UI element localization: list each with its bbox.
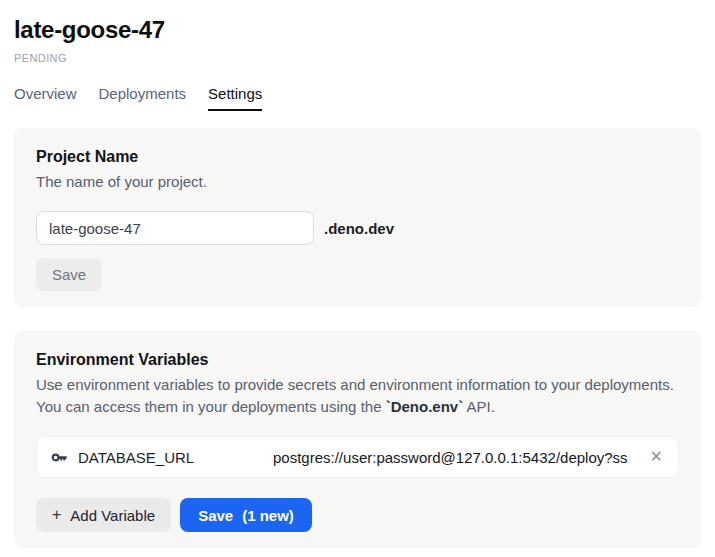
project-name-card-title: Project Name [36,148,679,166]
add-variable-button[interactable]: + Add Variable [36,498,171,532]
remove-variable-button[interactable]: ✕ [648,447,665,467]
tab-overview[interactable]: Overview [14,85,77,111]
deno-env-code-text: `Deno.env` [386,398,464,415]
add-variable-label: Add Variable [70,508,155,523]
env-variable-row: DATABASE_URL postgres://user:password@12… [36,436,679,478]
close-icon: ✕ [650,448,663,465]
env-variable-key: DATABASE_URL [78,449,194,466]
project-name-card: Project Name The name of your project. .… [14,128,701,307]
status-badge: PENDING [14,52,701,64]
project-settings-page: late-goose-47 PENDING Overview Deploymen… [0,0,715,548]
project-name-input[interactable] [36,211,314,245]
env-card-description: Use environment variables to provide sec… [36,374,676,418]
environment-variables-card: Environment Variables Use environment va… [14,331,701,548]
env-card-title: Environment Variables [36,351,679,369]
project-name-card-description: The name of your project. [36,171,676,193]
plus-icon: + [52,507,61,523]
tab-bar: Overview Deployments Settings [14,85,701,111]
env-description-suffix: API. [463,398,495,415]
project-name-save-button[interactable]: Save [36,258,102,291]
tab-settings[interactable]: Settings [208,85,262,111]
env-description-text: Use environment variables to provide sec… [36,376,674,415]
page-title: late-goose-47 [14,16,701,44]
env-actions-row: + Add Variable Save (1 new) [36,498,679,532]
env-save-label: Save [198,508,233,523]
key-icon [51,449,68,466]
env-key-cell: DATABASE_URL [51,449,273,466]
tab-deployments[interactable]: Deployments [99,85,187,111]
domain-suffix-label: .deno.dev [324,220,394,237]
env-variable-value: postgres://user:password@127.0.0.1:5432/… [273,449,642,466]
env-save-count-badge: (1 new) [242,508,294,523]
project-name-form-row: .deno.dev [36,211,679,245]
env-save-button[interactable]: Save (1 new) [180,498,312,532]
